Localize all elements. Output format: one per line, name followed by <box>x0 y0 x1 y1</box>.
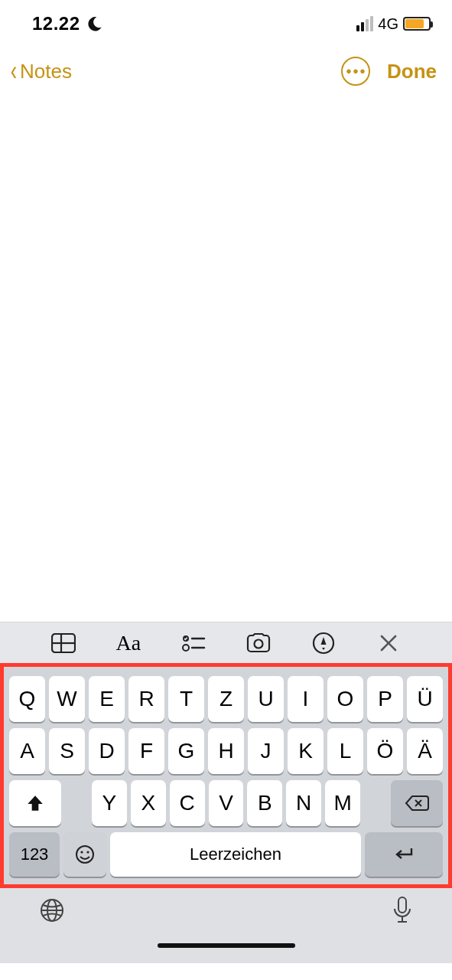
key-t[interactable]: T <box>168 676 204 722</box>
key-i[interactable]: I <box>288 676 324 722</box>
key-b[interactable]: B <box>247 780 282 826</box>
note-editor[interactable] <box>0 93 452 622</box>
text-style-label: Aa <box>115 631 141 655</box>
numbers-key[interactable]: 123 <box>9 832 60 877</box>
shift-icon <box>25 793 45 813</box>
emoji-key[interactable] <box>63 832 106 877</box>
keyboard-highlight-box: Q W E R T Z U I O P Ü A S D F G H J K L … <box>0 663 452 888</box>
keyboard-row-3: Y X C V B N M <box>7 777 445 829</box>
clock-time: 12.22 <box>32 13 80 34</box>
key-c[interactable]: C <box>170 780 205 826</box>
key-w[interactable]: W <box>49 676 85 722</box>
svg-point-14 <box>80 851 83 853</box>
battery-icon <box>403 17 431 31</box>
key-y[interactable]: Y <box>92 780 127 826</box>
microphone-icon <box>391 895 414 926</box>
key-s[interactable]: S <box>49 728 85 774</box>
key-n[interactable]: N <box>286 780 321 826</box>
done-button[interactable]: Done <box>387 60 437 83</box>
chevron-left-icon: ‹ <box>11 64 17 78</box>
back-label: Notes <box>20 60 72 83</box>
dictation-key[interactable] <box>391 895 414 929</box>
camera-icon <box>246 632 272 654</box>
key-e[interactable]: E <box>89 676 125 722</box>
backspace-icon <box>405 794 429 812</box>
key-x[interactable]: X <box>131 780 166 826</box>
keyboard-bottom-bar <box>0 888 452 936</box>
svg-point-13 <box>76 846 93 863</box>
key-d[interactable]: D <box>89 728 125 774</box>
key-o[interactable]: O <box>327 676 363 722</box>
globe-key[interactable] <box>38 897 66 927</box>
emoji-icon <box>74 844 96 865</box>
nav-bar: ‹ Notes ••• Done <box>0 43 452 93</box>
key-v[interactable]: V <box>209 780 244 826</box>
backspace-key[interactable] <box>391 780 443 826</box>
do-not-disturb-icon <box>86 15 103 32</box>
key-m[interactable]: M <box>325 780 360 826</box>
more-actions-button[interactable]: ••• <box>341 57 370 86</box>
key-oe[interactable]: Ö <box>367 728 403 774</box>
key-ue[interactable]: Ü <box>407 676 443 722</box>
table-button[interactable] <box>49 629 78 657</box>
svg-point-15 <box>86 851 89 853</box>
format-toolbar: Aa <box>0 622 452 663</box>
text-style-button[interactable]: Aa <box>114 629 143 657</box>
status-bar: 12.22 4G <box>0 0 452 43</box>
shift-key[interactable] <box>9 780 61 826</box>
svg-point-5 <box>183 645 189 651</box>
key-z[interactable]: Z <box>208 676 244 722</box>
markup-button[interactable] <box>309 629 338 657</box>
home-indicator[interactable] <box>0 936 452 963</box>
svg-rect-19 <box>398 897 406 913</box>
key-l[interactable]: L <box>327 728 363 774</box>
key-k[interactable]: K <box>288 728 324 774</box>
checklist-button[interactable] <box>179 629 208 657</box>
markup-icon <box>311 631 336 655</box>
key-q[interactable]: Q <box>9 676 45 722</box>
checklist-icon <box>181 633 206 653</box>
network-type: 4G <box>378 15 398 33</box>
globe-icon <box>38 897 66 924</box>
key-u[interactable]: U <box>248 676 284 722</box>
space-key[interactable]: Leerzeichen <box>110 832 361 877</box>
table-icon <box>51 633 76 653</box>
camera-button[interactable] <box>244 629 273 657</box>
key-j[interactable]: J <box>248 728 284 774</box>
keyboard-row-1: Q W E R T Z U I O P Ü <box>7 673 445 725</box>
key-p[interactable]: P <box>367 676 403 722</box>
close-toolbar-button[interactable] <box>374 629 403 657</box>
keyboard: Q W E R T Z U I O P Ü A S D F G H J K L … <box>4 667 448 884</box>
key-r[interactable]: R <box>128 676 164 722</box>
key-h[interactable]: H <box>208 728 244 774</box>
cell-signal-icon <box>356 16 373 31</box>
key-g[interactable]: G <box>168 728 204 774</box>
key-ae[interactable]: Ä <box>407 728 443 774</box>
return-key[interactable] <box>365 832 443 877</box>
key-a[interactable]: A <box>9 728 45 774</box>
key-f[interactable]: F <box>128 728 164 774</box>
back-button[interactable]: ‹ Notes <box>9 60 72 83</box>
keyboard-row-4: 123 Leerzeichen <box>7 829 445 880</box>
return-icon <box>392 845 415 864</box>
close-icon <box>379 634 398 652</box>
svg-point-7 <box>255 639 263 648</box>
keyboard-row-2: A S D F G H J K L Ö Ä <box>7 725 445 777</box>
